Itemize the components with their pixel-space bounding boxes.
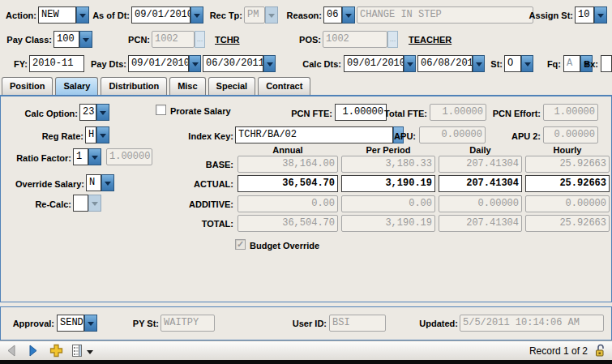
fy-field[interactable]: 2010-11 [29,55,84,72]
pay-dts-end-field[interactable]: 06/30/2011 [203,55,263,72]
additive-hourly-field: 0.00000 [525,195,610,212]
pay-dts-start-field[interactable]: 09/01/2010 [128,55,189,72]
next-record-icon[interactable] [28,345,38,360]
py-st-label: PY St: [130,318,159,329]
tab-special[interactable]: Special [208,77,256,95]
pcn-effort-label: PCN Effort: [490,108,541,119]
approval-label: Approval: [10,318,54,329]
tab-misc[interactable]: Misc [169,77,205,95]
calc-dts-end-dropdown-button[interactable] [473,55,485,72]
calc-dts-end-field[interactable]: 06/08/2011 [417,55,473,72]
recalc-label: Re-Calc: [4,199,71,210]
actual-row-label: ACTUAL: [146,178,233,190]
apu2-field: 0.00000 [543,126,598,143]
pos-label: POS: [297,34,321,45]
calc-option-field[interactable]: 23 [79,104,96,121]
base-daily-field: 207.41304 [439,156,522,173]
fq-label: Fq: [543,58,561,70]
as-of-dt-label: As of Dt: [92,10,130,21]
budget-override-checkbox: ✓ [235,239,246,250]
report-menu-icon[interactable] [71,344,83,361]
reason-code-field[interactable]: 06 [323,6,342,24]
tab-distribution[interactable]: Distribution [101,77,167,95]
updated-field: 5/5/2011 10:14:06 AM [460,315,604,332]
bx-field[interactable] [601,55,612,72]
rec-tp-label: Rec Tp: [207,10,242,21]
pcn-label: PCN: [124,34,150,45]
base-row-label: BASE: [146,159,233,170]
recalc-dropdown-button [88,195,101,212]
record-toolbar [0,340,612,361]
as-of-dt-dropdown-button[interactable] [190,6,203,24]
total-daily-field: 207.41304 [439,215,522,232]
bx-label: Bx: [580,58,598,70]
column-header-daily: Daily [439,145,522,156]
pay-dts-label: Pay Dts: [88,58,126,70]
tab-contract[interactable]: Contract [258,77,310,95]
prorate-salary-checkbox[interactable] [156,105,166,115]
pcn-fte-field[interactable]: 1.00000 [335,104,387,121]
budget-override-label: Budget Override [250,240,319,251]
assign-st-field[interactable]: 10 [575,6,594,24]
pcn-fte-label: PCN FTE: [284,108,332,119]
override-salary-label: Override Salary: [4,178,84,190]
st-field[interactable]: O [504,55,521,72]
column-header-hourly: Hourly [525,145,610,156]
pos-link[interactable]: TEACHER [409,34,452,45]
recalc-field[interactable] [73,195,88,212]
actual-annual-field[interactable]: 36,504.70 [238,175,338,192]
pay-class-label: Pay Class: [2,34,52,45]
column-header-per-period: Per Period [341,145,435,156]
assign-st-label: Assign St: [529,10,573,21]
actual-hourly-field[interactable]: 25.92663 [525,175,610,192]
st-label: St: [486,58,503,70]
reg-rate-dropdown-button[interactable] [96,126,109,143]
pcn-link[interactable]: TCHR [215,34,240,45]
column-header-annual: Annual [238,145,338,156]
ratio-factor-label: Ratio Factor: [4,152,71,164]
prorate-salary-label: Prorate Salary [170,105,231,117]
total-row-label: TOTAL: [146,218,233,229]
action-dropdown-button[interactable] [76,6,89,24]
tab-salary[interactable]: Salary [55,77,98,95]
approval-dropdown-button[interactable] [84,315,97,332]
calc-dts-start-dropdown-button[interactable] [404,55,416,72]
salary-form-window: Action: NEW As of Dt: 09/01/2010 Rec Tp:… [0,0,612,364]
apu-label: APU: [387,131,416,142]
approval-field[interactable]: SEND [57,315,84,332]
pay-dts-start-dropdown-button[interactable] [189,55,201,72]
calc-option-dropdown-button[interactable] [96,104,109,121]
override-salary-dropdown-button[interactable] [101,174,114,191]
reason-dropdown-button[interactable] [342,6,355,24]
tab-position[interactable]: Position [2,77,53,95]
add-record-icon[interactable] [49,344,63,361]
pay-dts-end-dropdown-button[interactable] [263,55,276,72]
report-menu-caret-icon[interactable] [87,350,93,354]
pay-class-dropdown-button[interactable] [79,31,92,48]
base-per-period-field: 3,180.33 [341,156,435,173]
actual-per-period-field[interactable]: 3,190.19 [341,175,435,192]
action-label: Action: [4,10,36,21]
actual-daily-field[interactable]: 207.41304 [439,175,522,192]
reg-rate-field[interactable]: H [85,126,96,143]
user-id-label: User ID: [288,318,327,329]
pcn-lookup-button: ... [195,31,205,48]
py-st-field: WAITPY [160,315,215,332]
st-dropdown-button[interactable] [521,55,533,72]
ratio-factor-dropdown-button[interactable] [88,148,101,165]
override-salary-field[interactable]: N [86,174,101,191]
total-per-period-field: 3,190.19 [341,215,435,232]
action-field[interactable]: NEW [38,6,76,24]
pcn-effort-field: 1.00000 [543,104,598,121]
pay-class-field[interactable]: 100 [53,31,79,48]
additive-daily-field: 0.00000 [439,195,522,212]
apu2-label: APU 2: [504,131,541,142]
record-status-text: Record 1 of 2 [529,345,588,357]
index-key-field[interactable]: TCHR/BA/02 [235,126,393,143]
calc-dts-start-field[interactable]: 09/01/2010 [344,55,404,72]
ratio-factor-field[interactable]: 1 [73,148,88,165]
fq-field[interactable]: A [563,55,580,72]
assign-st-dropdown-button[interactable] [594,6,607,24]
as-of-dt-field[interactable]: 09/01/2010 [131,6,190,24]
base-hourly-field: 25.92663 [525,156,610,173]
